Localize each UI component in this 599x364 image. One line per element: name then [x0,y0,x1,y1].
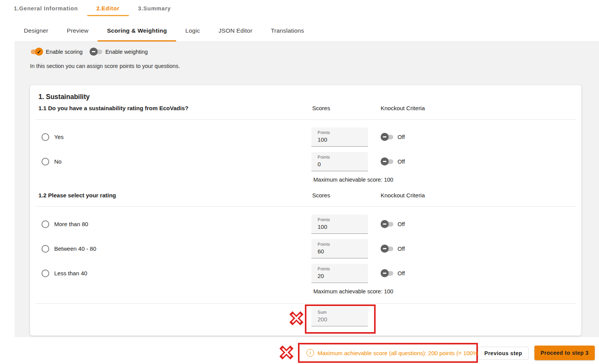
info-icon: i [306,349,314,357]
points-field-label: Points [318,242,362,247]
max-score-q1: Maximum achievable score: 100 [313,177,393,183]
divider [35,303,576,304]
knockout-column-header: Knockout Criteria [381,105,425,111]
knockout-column-header: Knockout Criteria [381,192,425,199]
scoring-panel: ✓ Enable scoring Enable weighting In thi… [15,42,599,337]
divider [35,119,576,120]
points-field[interactable]: Points 20 [311,264,368,283]
scoring-card: 1. Sustainability 1.1 Do you have a sust… [30,85,581,336]
knockout-state-label: Off [398,159,405,165]
enable-scoring-toggle[interactable]: ✓ [30,48,43,56]
knockout-toggle[interactable] [381,220,394,228]
section-description: In this section you can assign score poi… [30,63,180,69]
points-field[interactable]: Points 100 [311,127,368,147]
knockout-toggle[interactable] [381,157,394,166]
divider [35,206,576,207]
scores-column-header: Scores [312,192,330,199]
previous-step-button[interactable]: Previous step [478,347,529,360]
tab-logic[interactable]: Logic [176,21,209,41]
points-field-value: 20 [318,273,362,279]
knockout-state-label: Off [398,246,405,252]
annotation-x-icon [289,310,304,326]
minus-icon [381,133,389,141]
knockout-state-label: Off [398,134,405,140]
minus-icon [381,269,389,277]
option-row-yes: Yes Points 100 Off [30,127,581,147]
step-editor[interactable]: 2.Editor [87,0,129,16]
option-label: Between 40 - 80 [54,239,96,258]
question-1-2-title: 1.2 Please select your rating [38,192,116,199]
radio-less-than-40[interactable] [42,270,49,277]
option-label: No [54,152,62,171]
enable-scoring-label: Enable scoring [46,49,83,55]
knockout-toggle[interactable] [381,133,394,141]
annotation-box-sum [305,304,376,334]
points-field-label: Points [318,155,362,159]
radio-no[interactable] [42,158,49,165]
option-label: More than 80 [54,215,88,234]
radio-between-40-80[interactable] [42,245,49,253]
option-row-between-40-80: Between 40 - 80 Points 60 Off [30,239,581,258]
points-field[interactable]: Points 60 [311,239,368,258]
points-field-value: 0 [318,161,362,167]
tab-designer[interactable]: Designer [15,21,58,41]
tab-scoring-weighting[interactable]: Scoring & Weighting [98,21,176,41]
points-field[interactable]: Points 0 [311,152,368,171]
max-score-q2: Maximum achievable score: 100 [313,288,393,295]
tab-translations[interactable]: Translations [262,21,313,41]
check-icon: ✓ [35,48,43,56]
option-label: Yes [54,127,63,147]
wizard-steps: 1.General Information 2.Editor 3.Summary [5,0,180,16]
enable-weighting-label: Enable weighting [105,49,148,55]
knockout-toggle[interactable] [381,245,394,253]
radio-more-than-80[interactable] [42,220,49,228]
knockout-control: Off [381,269,405,278]
scoring-toggles: ✓ Enable scoring Enable weighting [30,48,148,56]
knockout-state-label: Off [398,221,405,227]
editor-tabs: Designer Preview Scoring & Weighting Log… [15,21,599,42]
points-field-value: 60 [318,248,362,255]
annotation-box-footer: i Maximum achievable score (all question… [298,343,478,363]
points-field-value: 100 [318,136,362,143]
points-field-label: Points [318,130,362,135]
tab-preview[interactable]: Preview [58,21,98,41]
step-general-information[interactable]: 1.General Information [5,0,87,16]
option-row-more-than-80: More than 80 Points 100 Off [30,215,581,234]
points-field-label: Points [318,217,362,222]
minus-icon [381,220,389,228]
knockout-toggle[interactable] [381,269,394,278]
option-label: Less than 40 [54,264,87,283]
section-title: 1. Sustainability [38,93,90,101]
scores-column-header: Scores [312,105,330,111]
proceed-to-step-3-button[interactable]: Proceed to step 3 [534,346,595,360]
points-field[interactable]: Points 100 [311,215,368,234]
option-row-less-than-40: Less than 40 Points 20 Off [30,264,581,283]
max-score-total-message: Maximum achievable score (all questions)… [318,350,480,356]
step-summary[interactable]: 3.Summary [129,0,180,16]
knockout-state-label: Off [398,270,405,276]
enable-weighting-toggle[interactable] [90,48,103,56]
tab-json-editor[interactable]: JSON Editor [209,21,261,41]
points-field-value: 100 [318,223,362,230]
knockout-control: Off [381,245,405,253]
minus-icon [90,48,98,56]
knockout-control: Off [381,220,405,228]
question-1-1-title: 1.1 Do you have a sustainability rating … [38,105,188,111]
knockout-control: Off [381,157,405,166]
option-row-no: No Points 0 Off [30,152,581,171]
annotation-x-icon [279,344,294,361]
knockout-control: Off [381,133,405,141]
minus-icon [381,157,389,165]
minus-icon [381,245,389,253]
points-field-label: Points [318,266,362,271]
radio-yes[interactable] [42,133,49,141]
